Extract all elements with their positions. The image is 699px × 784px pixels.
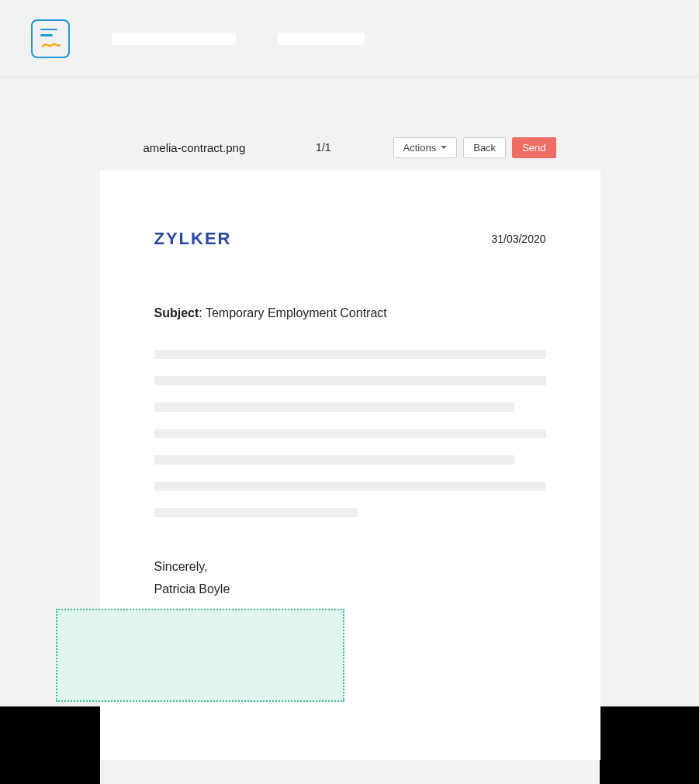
body-line	[154, 455, 515, 465]
header-placeholder	[112, 33, 236, 45]
subject-label: Subject	[154, 306, 199, 319]
body-line	[154, 402, 515, 412]
header-placeholder	[278, 33, 365, 45]
document-header: ZYLKER 31/03/2020	[154, 229, 546, 249]
actions-dropdown-button[interactable]: Actions	[393, 137, 458, 158]
company-logo: ZYLKER	[154, 229, 232, 249]
closing-block: Sincerely, Patricia Boyle	[154, 556, 546, 601]
page-indicator: 1/1	[316, 141, 330, 154]
body-line	[154, 508, 358, 517]
document-date: 31/03/2020	[491, 233, 545, 245]
body-line	[154, 350, 546, 359]
closing-text: Sincerely,	[154, 556, 546, 579]
send-button[interactable]: Send	[512, 137, 555, 158]
body-line	[154, 429, 546, 438]
signer-name: Patricia Boyle	[154, 579, 546, 601]
document-toolbar: amelia-contract.png 1/1 Actions Back Sen…	[125, 124, 575, 171]
body-line	[154, 482, 546, 491]
app-logo-icon	[31, 19, 70, 58]
header-bar	[0, 0, 699, 78]
filename-label: amelia-contract.png	[144, 141, 246, 154]
toolbar-buttons: Actions Back Send	[393, 137, 556, 158]
body-line	[154, 376, 546, 385]
subject-value: Temporary Employment Contract	[206, 306, 387, 319]
signature-field[interactable]	[56, 609, 344, 702]
actions-label: Actions	[403, 142, 437, 154]
back-button[interactable]: Back	[463, 137, 506, 158]
document-body-placeholder	[154, 350, 546, 517]
chevron-down-icon	[441, 146, 447, 149]
subject-line: Subject: Temporary Employment Contract	[154, 306, 546, 320]
